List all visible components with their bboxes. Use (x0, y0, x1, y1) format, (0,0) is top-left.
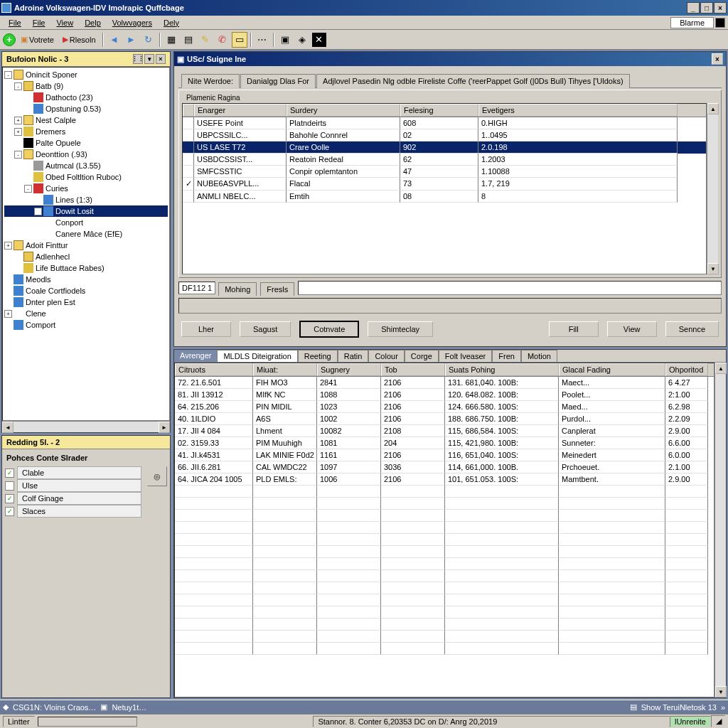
tree-node[interactable]: Dathocto (23) (4, 92, 168, 103)
table-row[interactable]: US LASE T72Crare Oolle9022.0.198 (183, 141, 706, 154)
sagust-button[interactable]: Sagust (240, 321, 291, 337)
btab-reeting[interactable]: Reeting (298, 350, 338, 362)
table-row[interactable]: ANMLI NBELC...Emtih088 (183, 191, 706, 203)
tree-node[interactable]: +Nest Calple (4, 114, 168, 126)
btab-fren[interactable]: Fren (492, 350, 521, 362)
table-row[interactable]: 72. 21.6.501FIH MO328412106131. 681,040.… (175, 377, 714, 389)
status1-l2[interactable]: Netuy1t… (112, 703, 146, 712)
table-row[interactable]: USEFE PointPlatndeirts6080.HIGH (183, 117, 706, 129)
tree-node[interactable]: +Clene (4, 308, 168, 319)
status1-l1[interactable]: CSG1N: Vloins Craos… (13, 703, 96, 712)
col-header[interactable]: Surdery (287, 104, 400, 117)
subwindow-grid[interactable]: EnargerSurderyFelesingEvetigers USEFE Po… (182, 103, 707, 274)
menu-volwvagers[interactable]: Volwvagers (107, 17, 158, 28)
table-row[interactable]: 81. JII 13912MIfK NC10882106120. 648.082… (175, 389, 714, 401)
tree-node[interactable]: Canere Mâce (EfE) (4, 228, 168, 240)
panel-opts-icon[interactable]: ⋮⋮ (133, 54, 143, 64)
table-row[interactable]: SMFCSSTICConpir oplemtanton471.10088 (183, 166, 706, 178)
table-row[interactable]: 64. JICA 204 1005PLD EMLS:10062106101, 6… (175, 473, 714, 486)
tab-adjlovel[interactable]: Adjlovel Pasedin Nlg odble Fireliste Cof… (316, 74, 630, 88)
col-header[interactable]: Miuat: (253, 363, 317, 376)
tool1-icon[interactable]: ▦ (164, 32, 179, 48)
edge-label[interactable]: Blarme (670, 17, 714, 28)
table-row[interactable]: USBDCSSIST...Reatoin Redeal621.2003 (183, 154, 706, 166)
col-header[interactable]: Ohporitod (665, 363, 708, 376)
menu-delp[interactable]: Delp (79, 17, 107, 28)
tree-node[interactable]: +Adoit Finttur (4, 240, 168, 251)
close-button[interactable]: × (714, 2, 727, 14)
edge-dark-icon[interactable] (715, 18, 725, 28)
tree-node[interactable]: Obed Foltltion Ruboc) (4, 171, 168, 183)
col-header[interactable]: Glacal Fading (559, 363, 665, 376)
col-header[interactable]: Suats Pohing (445, 363, 559, 376)
col-header[interactable]: Felesing (400, 104, 478, 117)
check-item[interactable]: ✓Clable (5, 466, 141, 479)
menu-file1[interactable]: File (3, 17, 27, 28)
tree-node[interactable]: Comport (4, 319, 168, 331)
tab-nite[interactable]: Nite Werdoe: (181, 74, 240, 88)
bottom-lead[interactable]: Avrenger (174, 350, 217, 362)
bottom-grid[interactable]: CitruotsMiuat:SugneryTobSuats PohingGlac… (174, 363, 714, 697)
table-row[interactable]: 66. JII.6.281CAL WMDC2210973036114, 661,… (175, 461, 714, 473)
tree-node[interactable]: +Dremers (4, 126, 168, 137)
table-row[interactable]: ✓NUBE6ASVPLL...Flacal731.7, 219 (183, 178, 706, 191)
status1-r[interactable]: Show TeruiNletosk 13 (641, 703, 717, 712)
subwindow-close-button[interactable]: × (712, 53, 723, 65)
tree-node[interactable]: Meodls (4, 274, 168, 285)
tool7-icon[interactable]: ◈ (294, 32, 310, 48)
col-header[interactable]: Tob (381, 363, 445, 376)
subtab-mohing[interactable]: Mohing (218, 282, 257, 296)
fill-button[interactable]: Fill (549, 321, 599, 337)
sub-field[interactable]: DF112 1 (178, 282, 215, 294)
tool6-icon[interactable]: ▣ (277, 32, 293, 48)
redding-side-button[interactable]: ◎ (147, 466, 167, 486)
refresh-icon[interactable]: ↻ (141, 32, 156, 48)
table-row[interactable]: 02. 3159.33PIM Muuhigh1081204115, 421,98… (175, 437, 714, 449)
table-row[interactable]: 41. JI.k4531LAK MINlE F0d211612106116, 6… (175, 449, 714, 461)
tool2-icon[interactable]: ▤ (181, 32, 196, 48)
dots-icon[interactable]: ⋯ (255, 32, 270, 48)
bottom-vscroll[interactable]: ▲▼ (714, 363, 726, 697)
tree-node[interactable]: Conport (4, 217, 168, 228)
btab-colour[interactable]: Colour (368, 350, 404, 362)
view-button[interactable]: View (607, 321, 657, 337)
tab-danialgg[interactable]: Danialgg Dlas For (240, 74, 316, 88)
tool5-icon[interactable]: ▭ (232, 32, 247, 48)
tree-node[interactable]: -Onincit Sponer (4, 69, 168, 80)
status2-r[interactable]: lUnrenite (670, 716, 711, 727)
maximize-button[interactable]: □ (700, 2, 713, 14)
col-header[interactable]: Evetigers (478, 104, 678, 117)
sennce-button[interactable]: Sennce (665, 321, 719, 337)
panel-pin-icon[interactable]: ▾ (144, 54, 154, 64)
tree-view[interactable]: -Onincit Sponer-Batb (9)Dathocto (23)Ops… (2, 67, 170, 421)
btab-folt[interactable]: Folt Iveaser (439, 350, 492, 362)
col-header[interactable]: Enarger (194, 104, 287, 117)
table-row[interactable]: 40. 1ILDIOA6S10022106188. 686.750. 100B:… (175, 413, 714, 425)
sub-blank-field[interactable] (298, 281, 722, 295)
cotnvate-button[interactable]: Cotnvate (299, 321, 359, 338)
tree-node[interactable]: Adlenhecl (4, 251, 168, 262)
votrete-button[interactable]: ▣Votrete (17, 33, 58, 46)
tree-node[interactable]: -Deonttion (.93) (4, 149, 168, 160)
col-header[interactable]: Sugnery (317, 363, 381, 376)
menu-dely[interactable]: Dely (158, 17, 185, 28)
col-header[interactable] (183, 104, 194, 117)
menu-view[interactable]: View (50, 17, 79, 28)
tool4-icon[interactable]: ✆ (215, 32, 230, 48)
tree-node[interactable]: Opstuning 0.53) (4, 103, 168, 114)
tree-node[interactable]: Palte Opuele (4, 137, 168, 149)
tree-node[interactable]: Life Buttace Rabes) (4, 262, 168, 274)
panel-close-icon[interactable]: × (156, 54, 166, 64)
subtab-fresls[interactable]: Fresls (260, 282, 294, 296)
tree-node[interactable]: +Dowit Losit (4, 205, 168, 217)
btab-corge[interactable]: Corge (405, 350, 439, 362)
table-row[interactable]: UBPCSSILC...Bahohle Connrel021..0495 (183, 129, 706, 141)
check-item[interactable]: ✓Colf Ginage (5, 492, 141, 505)
nav-back-icon[interactable]: ◄ (107, 32, 122, 48)
nav-fwd-icon[interactable]: ► (124, 32, 139, 48)
tree-node[interactable]: Dnter plen Est (4, 296, 168, 308)
add-button[interactable]: + (3, 33, 16, 46)
tree-node[interactable]: -Batb (9) (4, 80, 168, 92)
btab-ratin[interactable]: Ratin (338, 350, 369, 362)
tool3-icon[interactable]: ✎ (198, 32, 213, 48)
